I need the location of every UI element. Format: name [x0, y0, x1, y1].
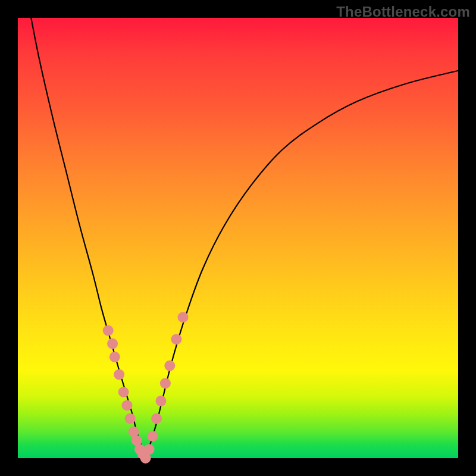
scatter-dot: [171, 334, 181, 345]
scatter-dot: [125, 413, 136, 424]
chart-frame: TheBottleneck.com: [0, 0, 476, 476]
scatter-dot: [151, 413, 162, 424]
watermark-text: TheBottleneck.com: [336, 4, 470, 20]
scatter-dot: [109, 352, 120, 362]
scatter-dot: [160, 378, 171, 389]
scatter-dots: [103, 312, 189, 464]
scatter-dot: [103, 325, 114, 336]
curves-svg: [18, 18, 458, 458]
right-curve: [146, 71, 458, 458]
scatter-dot: [118, 387, 129, 397]
scatter-dot: [144, 444, 155, 455]
scatter-dot: [178, 312, 189, 322]
scatter-dot: [114, 369, 124, 380]
scatter-dot: [122, 400, 133, 411]
scatter-dot: [147, 431, 158, 441]
plot-area: [18, 18, 458, 458]
scatter-dot: [164, 361, 175, 371]
scatter-dot: [107, 339, 118, 349]
scatter-dot: [156, 396, 167, 406]
